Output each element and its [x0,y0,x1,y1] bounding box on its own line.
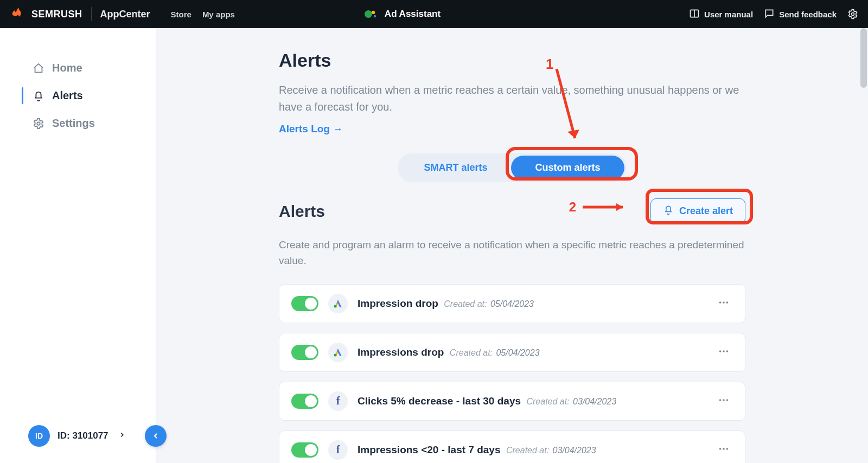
alert-list: Impression drop Created at: 05/04/2023Im… [279,284,745,463]
sidebar-footer[interactable]: ID ID: 3101077 [0,425,156,447]
svg-point-14 [726,301,729,304]
created-label: Created at: [447,348,495,357]
alert-text: Impression drop Created at: 05/04/2023 [358,298,534,310]
settings-gear-icon[interactable] [847,9,858,20]
sidebar-item-settings[interactable]: Settings [0,110,156,137]
alert-row[interactable]: Impression drop Created at: 05/04/2023 [279,284,745,323]
bell-icon [663,204,674,218]
send-feedback-link[interactable]: Send feedback [764,8,837,21]
sidebar-item-home[interactable]: Home [0,54,156,82]
svg-point-12 [719,301,722,304]
sub-desc: Create and program an alarm to receive a… [279,237,745,269]
appcenter-label: AppCenter [100,9,150,20]
alert-name: Clicks 5% decrease - last 30 days [358,395,521,407]
scrollbar[interactable] [860,28,867,88]
toggle-switch[interactable] [291,442,318,458]
header-right: User manual Send feedback [689,8,858,21]
id-text: ID: 3101077 [58,430,108,441]
sidebar-item-label: Home [52,62,82,74]
alert-text: Impressions drop Created at: 05/04/2023 [358,346,540,358]
gear-icon [33,118,44,130]
annotation-2: 2 [569,200,631,215]
create-alert-label: Create alert [679,205,733,217]
flame-icon [10,7,25,22]
alert-name: Impressions drop [358,346,444,358]
svg-point-16 [719,350,722,352]
created-date: 05/04/2023 [496,348,539,357]
svg-point-2 [374,15,376,17]
alerts-subsection: Alerts Create alert 2 [279,198,745,463]
channel-icon [328,294,348,313]
svg-point-22 [719,448,722,450]
created-label: Created at: [442,299,489,308]
main: Alerts Receive a notification when a met… [156,28,868,463]
svg-point-23 [723,448,725,450]
svg-point-1 [372,11,375,14]
user-manual-link[interactable]: User manual [689,8,753,21]
created-date: 05/04/2023 [490,299,534,308]
created-date: 03/04/2023 [573,397,616,406]
svg-point-15 [334,353,337,356]
sidebar-item-alerts[interactable]: Alerts [0,82,156,110]
subsection-header: Alerts Create alert 2 [279,198,745,224]
topbar: SEMRUSH AppCenter Store My apps Ad Assis… [0,0,868,28]
svg-point-11 [334,305,337,307]
assistant-logo-icon [364,8,378,20]
tab-smart-alerts[interactable]: SMART alerts [400,156,511,180]
tab-custom-alerts[interactable]: Custom alerts [511,156,624,180]
segmented-control: SMART alerts Custom alerts 1 [279,153,745,182]
nav-store[interactable]: Store [171,10,192,19]
svg-marker-8 [567,130,579,138]
sidebar: Home Alerts Settings ID ID: 3101077 [0,28,156,463]
channel-icon: f [328,440,348,460]
kebab-menu-icon[interactable] [714,293,733,314]
center-app[interactable]: Ad Assistant [364,8,441,20]
svg-marker-10 [616,203,623,211]
channel-icon: f [328,391,348,411]
feedback-icon [764,8,775,21]
layout: Home Alerts Settings ID ID: 3101077 [0,28,868,463]
alert-row[interactable]: Impressions drop Created at: 05/04/2023 [279,333,745,372]
created-label: Created at: [504,446,552,455]
kebab-menu-icon[interactable] [714,440,733,460]
nav-myapps[interactable]: My apps [202,10,235,19]
page-title: Alerts [279,50,745,71]
brand[interactable]: SEMRUSH AppCenter [10,7,150,22]
svg-point-0 [365,10,372,18]
create-alert-button[interactable]: Create alert [650,198,745,224]
svg-point-17 [723,350,725,352]
id-badge: ID [28,425,50,447]
svg-point-13 [723,301,725,304]
brand-divider [91,7,92,21]
created-date: 03/04/2023 [553,446,596,455]
svg-point-6 [37,122,40,125]
alert-row[interactable]: fImpressions <20 - last 7 days Created a… [279,430,745,463]
toggle-switch[interactable] [291,394,318,409]
bell-icon [33,90,44,102]
alert-name: Impression drop [358,298,438,309]
page-subtitle: Receive a notification when a metric rea… [279,82,745,115]
svg-point-21 [726,399,729,401]
book-icon [689,8,700,21]
svg-point-19 [719,399,722,401]
alerts-log-link[interactable]: Alerts Log → [279,123,343,135]
alert-text: Impressions <20 - last 7 days Created at… [358,444,596,456]
svg-point-20 [723,399,725,401]
send-feedback-label: Send feedback [779,10,837,19]
brand-text: SEMRUSH [31,9,82,20]
kebab-menu-icon[interactable] [714,391,733,411]
sidebar-item-label: Alerts [52,89,83,102]
alert-name: Impressions <20 - last 7 days [358,444,501,455]
kebab-menu-icon[interactable] [714,342,733,363]
sub-title: Alerts [279,202,325,221]
channel-icon [328,343,348,362]
sidebar-item-label: Settings [52,117,95,130]
toggle-switch[interactable] [291,345,318,360]
chevron-right-icon [118,431,126,441]
content: Alerts Receive a notification when a met… [268,28,756,463]
created-label: Created at: [524,397,572,406]
toggle-switch[interactable] [291,296,318,311]
svg-point-5 [852,13,854,16]
annotation-number: 2 [569,200,576,215]
alert-row[interactable]: fClicks 5% decrease - last 30 days Creat… [279,382,745,421]
